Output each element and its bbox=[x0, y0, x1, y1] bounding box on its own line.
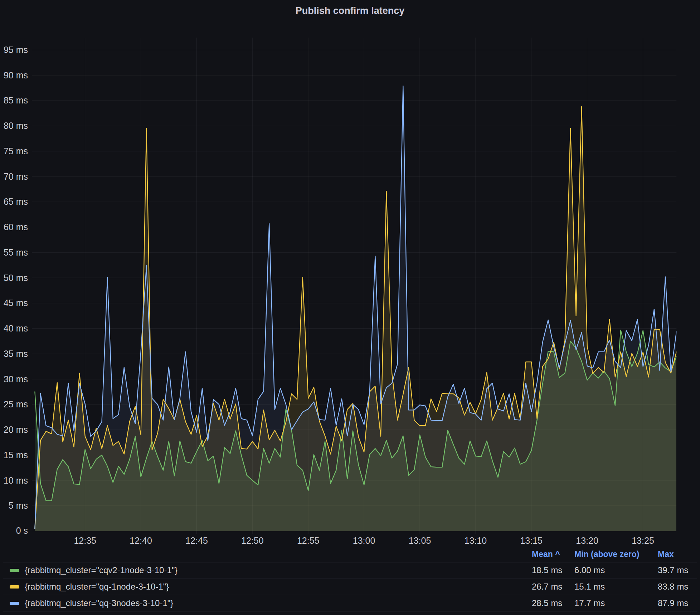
svg-text:65 ms: 65 ms bbox=[4, 197, 28, 207]
svg-text:95 ms: 95 ms bbox=[4, 45, 28, 55]
svg-text:83.8 ms: 83.8 ms bbox=[658, 582, 688, 591]
svg-text:70 ms: 70 ms bbox=[4, 171, 28, 181]
svg-text:18.5 ms: 18.5 ms bbox=[532, 565, 562, 575]
svg-text:28.5 ms: 28.5 ms bbox=[532, 598, 562, 608]
svg-text:Publish confirm latency: Publish confirm latency bbox=[296, 5, 405, 16]
svg-text:90 ms: 90 ms bbox=[4, 70, 28, 80]
svg-text:55 ms: 55 ms bbox=[4, 247, 28, 257]
svg-text:25 ms: 25 ms bbox=[4, 399, 28, 409]
svg-text:Max: Max bbox=[658, 549, 674, 559]
svg-text:85 ms: 85 ms bbox=[4, 95, 28, 105]
svg-text:13:05: 13:05 bbox=[409, 536, 431, 546]
svg-text:45 ms: 45 ms bbox=[4, 298, 28, 308]
svg-text:40 ms: 40 ms bbox=[4, 323, 28, 333]
svg-text:0 s: 0 s bbox=[16, 526, 28, 536]
svg-text:75 ms: 75 ms bbox=[4, 146, 28, 156]
svg-text:15.1 ms: 15.1 ms bbox=[574, 582, 605, 591]
svg-text:{rabbitmq_cluster="qq-3nodes-3: {rabbitmq_cluster="qq-3nodes-3-10-1"} bbox=[25, 598, 173, 608]
svg-text:Mean ^: Mean ^ bbox=[532, 549, 560, 559]
svg-text:80 ms: 80 ms bbox=[4, 121, 28, 131]
svg-text:13:25: 13:25 bbox=[632, 536, 654, 546]
svg-text:6.00 ms: 6.00 ms bbox=[574, 565, 605, 575]
svg-text:{rabbitmq_cluster="qq-1node-3-: {rabbitmq_cluster="qq-1node-3-10-1"} bbox=[25, 582, 169, 591]
svg-text:13:00: 13:00 bbox=[353, 536, 375, 546]
svg-text:15 ms: 15 ms bbox=[4, 450, 28, 460]
svg-text:30 ms: 30 ms bbox=[4, 374, 28, 384]
svg-text:35 ms: 35 ms bbox=[4, 349, 28, 359]
svg-text:50 ms: 50 ms bbox=[4, 273, 28, 283]
svg-text:Min (above zero): Min (above zero) bbox=[574, 549, 639, 559]
svg-text:12:55: 12:55 bbox=[297, 536, 320, 546]
svg-text:13:20: 13:20 bbox=[576, 536, 598, 546]
svg-text:17.7 ms: 17.7 ms bbox=[574, 598, 605, 608]
svg-text:12:40: 12:40 bbox=[130, 536, 152, 546]
svg-text:13:10: 13:10 bbox=[465, 536, 487, 546]
svg-text:39.7 ms: 39.7 ms bbox=[658, 565, 688, 575]
svg-text:26.7 ms: 26.7 ms bbox=[532, 582, 562, 591]
svg-text:87.9 ms: 87.9 ms bbox=[658, 598, 688, 608]
svg-text:12:35: 12:35 bbox=[74, 536, 96, 546]
svg-text:5 ms: 5 ms bbox=[9, 500, 28, 510]
svg-text:12:50: 12:50 bbox=[241, 536, 264, 546]
svg-text:60 ms: 60 ms bbox=[4, 222, 28, 232]
svg-text:12:45: 12:45 bbox=[185, 536, 208, 546]
svg-text:{rabbitmq_cluster="cqv2-1node-: {rabbitmq_cluster="cqv2-1node-3-10-1"} bbox=[25, 565, 178, 575]
svg-text:20 ms: 20 ms bbox=[4, 425, 28, 435]
svg-text:10 ms: 10 ms bbox=[4, 475, 28, 485]
svg-text:13:15: 13:15 bbox=[520, 536, 543, 546]
